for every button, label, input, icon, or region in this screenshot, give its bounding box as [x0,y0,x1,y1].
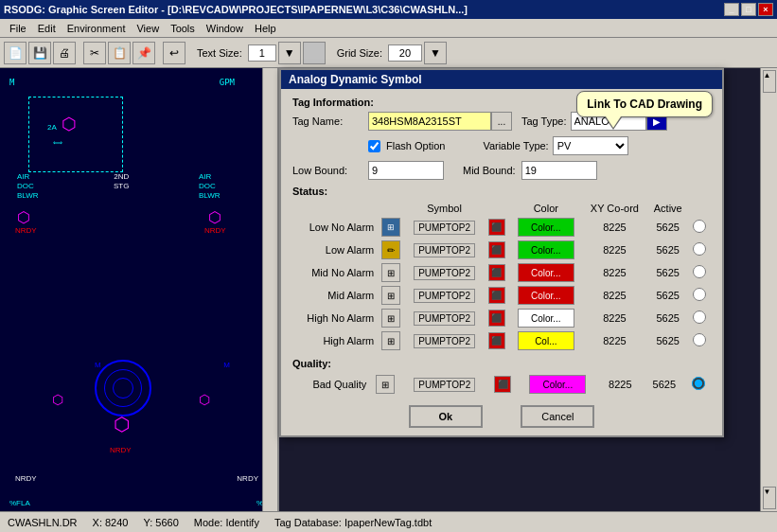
cad-icon-btn-2[interactable]: ⬛ [488,241,505,258]
text-size-dropdown[interactable]: ▼ [278,42,301,64]
grid-size-input[interactable] [388,44,422,62]
cad-text-bottom-r: NRDY [237,474,258,483]
minimize-button[interactable]: _ [724,3,739,16]
toolbar-btn-2[interactable]: 💾 [28,42,51,64]
text-size-label: Text Size: [197,47,242,59]
ok-button[interactable]: Ok [409,405,484,428]
row-icon-btn-6[interactable]: ⊞ [381,331,400,350]
row-icon-btn-3[interactable]: ⊞ [381,263,400,282]
variable-type-select[interactable]: PV [553,136,628,155]
row-coord-x-2: 8225 [582,239,647,261]
row-cad-mid-no-alarm: ⬛ [484,261,510,284]
close-button[interactable]: × [758,3,773,16]
cad-label-bottom: %FLA [9,499,30,507]
tag-info-label: Tag Information: [292,97,711,108]
tag-name-row: Tag Name: ... Tag Type: ▶ [292,112,711,131]
color-btn-5[interactable]: Color... [518,309,574,328]
toolbar-btn-1[interactable]: 📄 [4,42,26,64]
cad-text-m-mid: M [95,361,101,369]
cad-circle-3 [113,378,133,399]
row-color-mid-alarm: Color... [510,284,583,307]
tag-name-input[interactable] [368,112,491,131]
symbol-btn-3[interactable]: PUMPTOP2 [414,266,475,280]
menu-edit[interactable]: Edit [32,22,62,35]
row-icon-btn-1[interactable]: ⊞ [381,218,400,237]
menu-window[interactable]: Window [201,22,249,35]
symbol-btn-4[interactable]: PUMPTOP2 [414,289,475,303]
active-radio-2[interactable] [693,242,706,256]
cad-text-gpm: GPM [220,78,235,87]
tag-name-browse-button[interactable]: ... [491,112,512,131]
table-header-row: Symbol Color XY Co-ord Active [292,201,711,216]
tag-type-btn[interactable]: ▶ [646,112,667,131]
active-radio-4[interactable] [693,288,706,301]
row-symbol-low-alarm: PUMPTOP2 [405,239,483,261]
row-cad-mid-alarm: ⬛ [484,284,510,307]
menu-tools[interactable]: Tools [165,22,201,35]
variable-type-label: Variable Type: [483,140,548,151]
quality-section: Quality: Bad Quality ⊞ PUMPTOP2 [292,358,711,396]
cad-shape-left: ⬡ [17,208,30,226]
table-row: High Alarm ⊞ PUMPTOP2 ⬛ Col... [292,329,711,352]
scrollbar-cad[interactable] [262,68,277,511]
color-btn-4[interactable]: Color... [518,286,574,305]
cad-icon-btn-5[interactable]: ⬛ [488,310,505,327]
status-section: Status: Symbol Color XY Co-ord Active [292,186,711,352]
symbol-btn-1[interactable]: PUMPTOP2 [414,221,475,235]
cad-icon-btn-4[interactable]: ⬛ [488,287,505,304]
row-active-2 [689,239,711,261]
row-icon-btn-2[interactable]: ✏ [381,240,400,259]
quality-icon-btn[interactable]: ⊞ [376,375,395,394]
cad-icon-btn-3[interactable]: ⬛ [488,264,505,281]
maximize-button[interactable]: □ [741,3,756,16]
low-bound-input[interactable] [368,161,444,180]
menu-help[interactable]: Help [249,22,282,35]
toolbar-btn-paste[interactable]: 📌 [132,42,155,64]
toolbar-btn-cut[interactable]: ✂ [83,42,106,64]
coord-x-label: X: 8240 [93,517,129,528]
cad-icon-btn-1[interactable]: ⬛ [488,219,505,236]
cancel-button[interactable]: Cancel [521,405,594,428]
mid-bound-input[interactable] [521,161,597,180]
quality-coord-y: 5625 [643,373,687,396]
row-icon-btn-4[interactable]: ⊞ [381,286,400,305]
row-color-high-no-alarm: Color... [510,307,583,329]
color-btn-3[interactable]: Color... [518,263,574,282]
active-radio-1[interactable] [693,220,706,233]
menu-file[interactable]: File [4,22,32,35]
symbol-btn-5[interactable]: PUMPTOP2 [414,311,475,326]
symbol-btn-6[interactable]: PUMPTOP2 [414,334,475,348]
color-btn-2[interactable]: Color... [518,240,574,259]
tag-type-input[interactable] [571,112,646,131]
row-icon-low-alarm: ✏ [377,239,405,261]
color-btn-6[interactable]: Col... [518,331,574,350]
menu-environment[interactable]: Environment [62,22,132,35]
sidebar-right-btn-2[interactable]: ▼ [763,487,776,509]
row-active-1 [689,216,711,239]
cad-text-2a: 2A [47,123,57,132]
toolbar-btn-5[interactable]: ↩ [163,42,185,64]
sidebar-right-btn-1[interactable]: ▲ [763,70,776,93]
quality-color-btn[interactable]: Color... [529,375,586,394]
toolbar-btn-3[interactable]: 🖨 [53,42,76,64]
toolbar-btn-copy[interactable]: 📋 [108,42,131,64]
active-radio-6[interactable] [693,333,706,346]
grid-size-dropdown[interactable]: ▼ [424,42,447,64]
low-bound-label: Low Bound: [292,165,368,176]
active-radio-3[interactable] [693,265,706,278]
menu-view[interactable]: View [131,22,165,35]
status-table: Symbol Color XY Co-ord Active Low No Ala… [292,201,711,352]
text-size-input[interactable] [248,44,276,62]
symbol-btn-2[interactable]: PUMPTOP2 [414,243,475,257]
cad-icon-btn-6[interactable]: ⬛ [488,332,505,349]
flash-option-checkbox[interactable] [368,140,380,152]
quality-active-radio[interactable] [692,377,705,390]
row-icon-btn-5[interactable]: ⊞ [381,309,400,328]
color-btn-1[interactable]: Color... [518,218,574,237]
quality-cad-icon-btn[interactable]: ⬛ [494,376,511,393]
active-radio-5[interactable] [693,310,706,324]
row-icon-high-no-alarm: ⊞ [377,307,405,329]
table-row: Low Alarm ✏ PUMPTOP2 ⬛ Color... [292,239,711,261]
row-coord-y-2: 5625 [647,239,689,261]
quality-symbol-btn[interactable]: PUMPTOP2 [414,378,475,392]
